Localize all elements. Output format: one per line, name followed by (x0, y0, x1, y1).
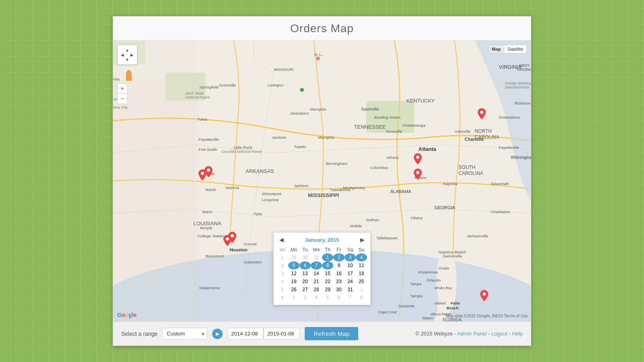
cal-day[interactable]: 2 (288, 294, 299, 302)
map-pin-9[interactable] (480, 290, 488, 301)
svg-text:Tampa: Tampa (411, 294, 423, 298)
cal-day[interactable]: 12 (288, 269, 299, 278)
cal-day[interactable]: 17 (345, 269, 356, 278)
pan-right[interactable]: ▶ (130, 52, 134, 57)
cal-day[interactable]: 31 (311, 253, 322, 261)
pan-center (125, 52, 130, 57)
range-select[interactable]: CustomTodayLast 7 DaysLast 30 DaysThis M… (162, 328, 207, 339)
svg-text:Miami: Miami (423, 316, 433, 320)
cal-week-num: 2 (277, 261, 288, 269)
pan-down[interactable]: ▼ (125, 57, 130, 62)
map-pin-5[interactable] (414, 153, 422, 165)
cal-day[interactable]: 25 (356, 278, 367, 286)
svg-text:CAROLINA: CAROLINA (458, 171, 483, 176)
select-range-label: Select a range (121, 331, 157, 337)
pegman-icon[interactable] (126, 72, 132, 81)
cal-day[interactable]: 27 (299, 286, 311, 294)
cal-day[interactable]: 15 (322, 269, 333, 278)
svg-text:George Washington: George Washington (505, 81, 531, 85)
pan-down-left[interactable] (120, 57, 125, 62)
cal-day[interactable]: 28 (311, 286, 322, 294)
map-type-satellite-button[interactable]: Satellite (504, 45, 527, 53)
pan-control[interactable]: ▲ ◀ ▶ ▼ (117, 45, 137, 65)
range-go-button[interactable]: ▶ (212, 329, 223, 339)
calendar-prev-button[interactable]: ◀ (277, 236, 286, 244)
cal-day[interactable]: 6 (333, 294, 345, 302)
svg-text:WEST: WEST (519, 64, 529, 68)
svg-text:Matamoros: Matamoros (200, 286, 220, 290)
calendar-title: January, 2015 (305, 237, 339, 243)
cal-day[interactable]: 19 (288, 278, 299, 286)
pan-up-left[interactable] (120, 47, 125, 52)
cal-day[interactable]: 4 (356, 253, 367, 261)
cal-day[interactable]: 8 (356, 294, 367, 302)
cal-header-we: We (311, 246, 322, 253)
svg-text:Galveston: Galveston (244, 260, 262, 264)
help-link[interactable]: Help (512, 331, 523, 337)
cal-day[interactable]: 30 (333, 286, 345, 294)
date-from-input[interactable] (227, 328, 264, 339)
admin-panel-link[interactable]: Admin Panel (457, 331, 487, 337)
cal-day[interactable]: 3 (345, 253, 356, 261)
cal-day[interactable]: 2 (333, 253, 345, 261)
svg-point-109 (416, 156, 419, 159)
map-area[interactable]: Nashville Atlanta Montgomery Birmingham … (113, 41, 531, 321)
svg-text:National Forest: National Forest (505, 85, 529, 89)
svg-text:Cape Coral: Cape Coral (378, 310, 396, 314)
cal-day[interactable]: 18 (356, 269, 367, 278)
map-type-map-button[interactable]: Map (488, 45, 504, 53)
cal-day[interactable]: 4 (311, 294, 322, 302)
cal-day[interactable]: 23 (333, 278, 345, 286)
cal-day[interactable]: 5 (288, 261, 299, 269)
svg-text:Tuscaloosa: Tuscaloosa (330, 187, 351, 192)
pan-up-right[interactable] (130, 47, 134, 52)
cal-day[interactable]: 30 (299, 253, 311, 261)
svg-text:Tyler: Tyler (254, 212, 262, 216)
svg-text:oPalm Bay: oPalm Bay (434, 286, 452, 290)
zoom-in-button[interactable]: + (117, 83, 128, 94)
cal-day[interactable]: 1 (322, 253, 333, 261)
cal-day[interactable]: 29 (288, 253, 299, 261)
cal-day[interactable]: 11 (356, 261, 367, 269)
cal-day[interactable]: 10 (345, 261, 356, 269)
map-pin-2[interactable] (204, 166, 213, 177)
cal-day[interactable]: 5 (322, 294, 333, 302)
svg-text:CAROLINA: CAROLINA (475, 134, 499, 140)
svg-text:MISSISSIPPI: MISSISSIPPI (308, 192, 339, 198)
svg-text:Temple: Temple (200, 226, 213, 230)
cal-day[interactable]: 31 (345, 286, 356, 294)
cal-day[interactable]: 16 (333, 269, 345, 278)
cal-day[interactable]: 3 (299, 294, 311, 302)
map-pin-4[interactable] (228, 232, 236, 243)
pan-up[interactable]: ▲ (125, 47, 130, 52)
date-to-input[interactable] (264, 328, 300, 339)
calendar-next-button[interactable]: ▶ (358, 236, 367, 244)
map-pin-7[interactable] (478, 108, 486, 119)
cal-day[interactable]: 7 (311, 261, 322, 269)
cal-day[interactable]: 9 (333, 261, 345, 269)
cal-day[interactable]: 14 (311, 269, 322, 278)
map-pin-6[interactable] (414, 169, 422, 180)
cal-day[interactable]: 21 (311, 278, 322, 286)
cal-day[interactable]: 29 (322, 286, 333, 294)
cal-day[interactable]: 13 (299, 269, 311, 278)
cal-day[interactable]: 22 (322, 278, 333, 286)
logout-link[interactable]: Logout (491, 331, 508, 337)
svg-point-106 (207, 169, 210, 172)
cal-day[interactable]: 8 (322, 261, 333, 269)
map-controls: ▲ ◀ ▶ ▼ + − (117, 45, 137, 104)
cal-day[interactable]: 20 (299, 278, 311, 286)
svg-text:Mobile: Mobile (350, 224, 362, 228)
cal-day[interactable]: 24 (345, 278, 356, 286)
calendar-popup: ◀ January, 2015 ▶ Wk Mo Tu We Th Fr Sa S… (273, 232, 371, 305)
svg-text:Greensboro: Greensboro (499, 115, 520, 119)
cal-day[interactable]: 7 (345, 294, 356, 302)
cal-day[interactable]: 1 (356, 286, 367, 294)
pan-left[interactable]: ◀ (120, 52, 125, 57)
pan-down-right[interactable] (130, 57, 134, 62)
zoom-out-button[interactable]: − (117, 94, 128, 104)
cal-day[interactable]: 6 (299, 261, 311, 269)
refresh-map-button[interactable]: Refresh Map (305, 327, 358, 340)
range-select-wrapper: CustomTodayLast 7 DaysLast 30 DaysThis M… (162, 328, 207, 339)
cal-day[interactable]: 26 (288, 286, 299, 294)
